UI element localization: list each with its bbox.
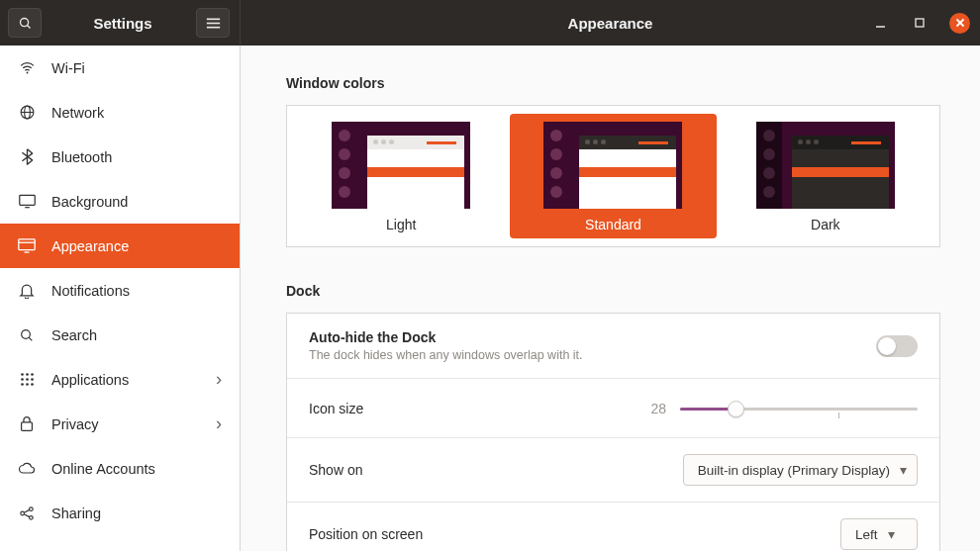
svg-point-18 [22, 329, 31, 338]
sidebar-item-applications[interactable]: Applications › [0, 357, 240, 402]
autohide-title: Auto-hide the Dock [309, 329, 436, 345]
position-label: Position on screen [309, 526, 423, 542]
close-icon [955, 18, 965, 28]
lock-icon [18, 415, 36, 432]
sidebar-item-label: Appearance [51, 238, 129, 254]
autohide-subtitle: The dock hides when any windows overlap … [309, 348, 583, 362]
sidebar-item-label: Online Accounts [51, 461, 155, 477]
sidebar-item-label: Bluetooth [51, 149, 112, 165]
title-bar-left: Settings [0, 0, 241, 46]
sidebar-item-network[interactable]: Network [0, 90, 240, 135]
theme-thumb-standard [543, 122, 682, 209]
bluetooth-icon [18, 148, 36, 165]
row-icon-size: Icon size 28 [287, 379, 939, 438]
hamburger-menu-button[interactable] [196, 8, 230, 38]
sidebar-item-label: Privacy [51, 416, 99, 432]
sidebar-item-label: Wi-Fi [51, 60, 85, 76]
svg-rect-6 [916, 19, 924, 27]
settings-title: Settings [49, 15, 196, 32]
sidebar-item-background[interactable]: Background [0, 179, 240, 224]
sidebar-item-notifications[interactable]: Notifications [0, 268, 240, 313]
svg-point-31 [30, 506, 34, 510]
svg-point-30 [21, 511, 25, 515]
search-icon [18, 16, 33, 31]
svg-point-23 [21, 378, 24, 381]
chevron-down-icon: ▾ [888, 526, 895, 542]
svg-rect-29 [22, 422, 33, 431]
dock-settings-group: Auto-hide the Dock The dock hides when a… [286, 313, 940, 551]
sidebar: Wi-Fi Network Bluetooth Background Appea… [0, 46, 241, 551]
svg-point-28 [31, 383, 34, 386]
svg-rect-15 [19, 239, 35, 250]
svg-point-20 [21, 373, 24, 376]
sidebar-item-wifi[interactable]: Wi-Fi [0, 46, 240, 90]
svg-point-26 [21, 383, 24, 386]
sidebar-item-label: Applications [51, 372, 129, 388]
sidebar-item-privacy[interactable]: Privacy › [0, 402, 240, 446]
sidebar-item-label: Sharing [51, 505, 101, 521]
display-icon [18, 194, 36, 209]
theme-option-dark[interactable]: Dark [723, 114, 929, 238]
sidebar-item-online-accounts[interactable]: Online Accounts [0, 446, 240, 491]
theme-caption: Dark [811, 217, 840, 232]
chevron-right-icon: › [216, 413, 222, 434]
show-on-label: Show on [309, 462, 362, 478]
slider-fill [680, 408, 735, 411]
share-icon [18, 505, 36, 521]
svg-line-33 [24, 509, 30, 512]
sidebar-item-bluetooth[interactable]: Bluetooth [0, 135, 240, 179]
maximize-icon [915, 18, 925, 28]
theme-caption: Light [386, 217, 416, 232]
icon-size-slider[interactable] [680, 399, 918, 418]
cloud-icon [18, 462, 36, 475]
search-button[interactable] [8, 8, 42, 38]
svg-rect-13 [19, 195, 34, 205]
globe-icon [18, 104, 36, 121]
content-panel: Window colors Light Standard [241, 46, 980, 551]
svg-point-21 [26, 373, 29, 376]
search-icon [18, 327, 36, 343]
slider-thumb[interactable] [728, 401, 744, 417]
close-button[interactable] [949, 13, 970, 34]
window-colors-group: Light Standard Dark [286, 105, 940, 247]
window-controls [870, 13, 970, 34]
svg-line-19 [29, 337, 32, 340]
show-on-dropdown[interactable]: Built-in display (Primary Display) ▾ [683, 454, 918, 486]
autohide-switch[interactable] [876, 335, 918, 357]
title-bar-right: Appearance [241, 0, 980, 46]
title-bar: Settings Appearance [0, 0, 980, 46]
row-show-on: Show on Built-in display (Primary Displa… [287, 438, 939, 503]
theme-thumb-dark [756, 122, 895, 209]
svg-point-32 [30, 515, 34, 519]
dock-section-label: Dock [286, 283, 940, 299]
minimize-button[interactable] [870, 13, 890, 33]
svg-line-34 [24, 513, 30, 516]
svg-line-1 [27, 25, 30, 28]
svg-point-24 [26, 378, 29, 381]
sidebar-item-label: Notifications [51, 283, 130, 299]
sidebar-item-appearance[interactable]: Appearance [0, 224, 240, 268]
theme-option-light[interactable]: Light [298, 114, 504, 238]
theme-caption: Standard [585, 217, 641, 232]
maximize-button[interactable] [910, 13, 930, 33]
svg-point-25 [31, 378, 34, 381]
svg-point-22 [31, 373, 34, 376]
bell-icon [18, 282, 36, 299]
sidebar-item-sharing[interactable]: Sharing [0, 491, 240, 535]
wifi-icon [18, 59, 36, 76]
dropdown-value: Left [855, 527, 878, 542]
apps-icon [18, 372, 36, 387]
position-dropdown[interactable]: Left ▾ [840, 518, 918, 550]
theme-thumb-light [332, 122, 470, 209]
row-position: Position on screen Left ▾ [287, 503, 939, 551]
theme-option-standard[interactable]: Standard [510, 114, 716, 238]
chevron-right-icon: › [216, 369, 222, 390]
slider-tick [838, 413, 839, 418]
row-autohide: Auto-hide the Dock The dock hides when a… [287, 314, 939, 379]
hamburger-icon [206, 17, 221, 30]
icon-size-value: 28 [650, 401, 666, 416]
svg-point-0 [20, 18, 28, 26]
sidebar-item-label: Search [51, 327, 97, 343]
sidebar-item-search[interactable]: Search [0, 313, 240, 357]
chevron-down-icon: ▾ [900, 462, 907, 478]
